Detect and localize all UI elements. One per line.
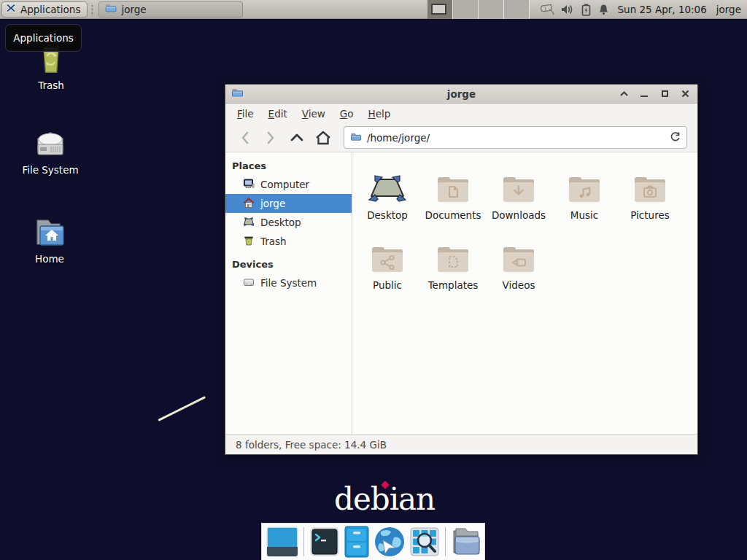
xfce-logo-icon — [5, 2, 17, 16]
notifications-bell-icon[interactable] — [597, 4, 610, 16]
statusbar-text: 8 folders, Free space: 14.4 GiB — [236, 439, 387, 451]
mouse-icon[interactable] — [538, 3, 554, 16]
menu-help[interactable]: Help — [361, 105, 398, 122]
sidebar: Places Computer — [225, 152, 352, 434]
home-folder-icon — [12, 214, 88, 248]
web-browser-icon[interactable] — [374, 526, 406, 558]
file-manager-folder-icon[interactable] — [451, 526, 483, 558]
workspace-1[interactable] — [427, 0, 453, 19]
application-finder-icon[interactable] — [409, 526, 440, 558]
desktop-icon-label: Home — [12, 253, 88, 265]
file-item-downloads[interactable]: Downloads — [486, 163, 551, 232]
file-label: Desktop — [355, 209, 420, 221]
show-desktop-icon[interactable] — [266, 526, 298, 558]
file-item-public[interactable]: Public — [355, 233, 420, 302]
volume-icon[interactable] — [561, 4, 575, 15]
workspace-window-preview — [431, 4, 446, 15]
panel-username: jorge — [716, 4, 741, 15]
desktop-icon-label: File System — [12, 164, 88, 176]
applications-tooltip: Applications — [5, 24, 82, 52]
folder-templates-icon — [420, 233, 486, 274]
menu-go[interactable]: Go — [333, 105, 361, 122]
close-button[interactable] — [680, 89, 690, 99]
battery-charging-icon[interactable] — [581, 4, 591, 16]
file-label: Public — [355, 279, 420, 291]
file-item-templates[interactable]: Templates — [420, 233, 486, 302]
address-input[interactable] — [367, 132, 665, 144]
dock-separator — [303, 527, 304, 556]
applications-menu-button[interactable]: Applications — [1, 1, 88, 18]
sidebar-item-computer[interactable]: Computer — [225, 175, 352, 194]
window-folder-icon — [231, 87, 244, 101]
devices-header: Devices — [225, 255, 352, 273]
path-bar[interactable] — [344, 126, 687, 149]
workspace-2[interactable] — [453, 0, 479, 19]
desktop-workspace-icon — [355, 163, 420, 204]
folder-public-icon — [355, 233, 420, 274]
minimize-button[interactable] — [639, 89, 649, 99]
desktop-icon — [243, 216, 255, 230]
desktop-icon-home[interactable]: Home — [12, 214, 88, 265]
panel-right-group: Sun 25 Apr, 10:06 jorge — [427, 0, 747, 19]
taskbar-window-button[interactable]: jorge — [98, 1, 243, 18]
sidebar-item-label: Computer — [260, 179, 309, 190]
file-label: Music — [551, 209, 617, 221]
folder-documents-icon — [420, 163, 486, 204]
hard-drive-icon — [12, 125, 88, 159]
file-label: Videos — [486, 279, 551, 291]
desktop-icon-label: Trash — [13, 79, 89, 91]
panel-separator-handle[interactable] — [90, 3, 94, 16]
debian-wallpaper-logo: debian — [334, 481, 435, 517]
sidebar-item-trash[interactable]: Trash — [225, 232, 352, 251]
toolbar — [225, 123, 697, 152]
sidebar-item-label: File System — [260, 277, 317, 289]
sidebar-item-label: jorge — [260, 198, 285, 209]
drive-icon — [243, 276, 255, 290]
sidebar-item-label: Desktop — [260, 217, 301, 228]
maximize-button[interactable] — [659, 89, 670, 99]
sidebar-item-label: Trash — [260, 236, 287, 247]
places-header: Places — [225, 157, 352, 175]
forward-button[interactable] — [259, 127, 282, 149]
home-icon — [243, 197, 255, 211]
files-pane[interactable]: Desktop Documents — [352, 152, 697, 434]
top-panel: Applications jorge — [0, 0, 747, 19]
up-button[interactable] — [285, 127, 309, 149]
shade-button[interactable] — [619, 89, 629, 99]
sidebar-item-file-system[interactable]: File System — [225, 273, 352, 292]
sidebar-item-jorge[interactable]: jorge — [225, 194, 352, 213]
file-cabinet-icon[interactable] — [344, 526, 370, 558]
file-item-desktop[interactable]: Desktop — [355, 163, 420, 232]
dock-separator — [445, 527, 446, 556]
reload-icon[interactable] — [670, 131, 681, 144]
menu-file[interactable]: File — [230, 105, 261, 122]
wallpaper-line-art — [158, 396, 206, 421]
sidebar-item-desktop[interactable]: Desktop — [225, 213, 352, 232]
desktop-icon-file-system[interactable]: File System — [12, 125, 88, 176]
terminal-icon[interactable] — [309, 526, 340, 558]
file-manager-window: jorge File Edit View Go Help — [225, 84, 698, 455]
file-item-music[interactable]: Music — [551, 163, 617, 232]
file-item-documents[interactable]: Documents — [420, 163, 486, 232]
folder-music-icon — [551, 163, 617, 204]
taskbar-window-label: jorge — [121, 4, 146, 15]
file-label: Documents — [420, 209, 486, 221]
window-titlebar[interactable]: jorge — [225, 85, 697, 104]
file-item-videos[interactable]: Videos — [486, 233, 551, 302]
workspace-3[interactable] — [479, 0, 504, 19]
menu-edit[interactable]: Edit — [261, 105, 295, 122]
menu-view[interactable]: View — [295, 105, 333, 122]
workspace-4[interactable] — [504, 0, 530, 19]
applications-tooltip-text: Applications — [13, 32, 73, 44]
statusbar: 8 folders, Free space: 14.4 GiB — [225, 434, 697, 454]
file-label: Pictures — [617, 209, 683, 221]
file-label: Templates — [420, 279, 486, 291]
window-controls — [619, 89, 690, 99]
back-button[interactable] — [233, 127, 256, 149]
dock — [261, 523, 485, 560]
trash-icon — [243, 235, 255, 249]
file-item-pictures[interactable]: Pictures — [617, 163, 683, 232]
home-button[interactable] — [311, 127, 335, 149]
panel-clock[interactable]: Sun 25 Apr, 10:06 — [618, 4, 707, 15]
path-folder-icon — [350, 131, 362, 144]
